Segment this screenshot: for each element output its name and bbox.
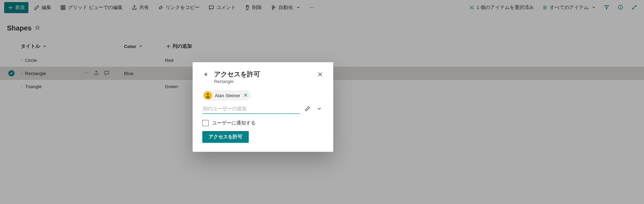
- pencil-icon: [305, 107, 310, 112]
- permissions-dropdown-button[interactable]: [315, 104, 324, 114]
- chevron-down-icon: [317, 107, 322, 112]
- dialog-close-button[interactable]: [317, 71, 324, 78]
- close-icon: [318, 72, 323, 78]
- dialog-title: アクセスを許可: [214, 70, 312, 79]
- arrow-left-icon: [203, 72, 209, 78]
- dialog-back-button[interactable]: [202, 71, 209, 78]
- checkbox-icon: [202, 120, 209, 126]
- dialog-subtitle: Rectangle: [214, 79, 312, 84]
- person-name: Alan Steiner: [215, 93, 240, 98]
- person-chip: Alan Steiner: [202, 90, 251, 101]
- grant-access-dialog: アクセスを許可 Rectangle Alan Steiner ユーザーに通知する…: [193, 62, 333, 152]
- edit-permissions-button[interactable]: [303, 104, 312, 114]
- grant-access-button[interactable]: アクセスを許可: [202, 131, 249, 143]
- svg-point-8: [207, 93, 209, 95]
- add-user-input[interactable]: [202, 104, 300, 114]
- notify-label: ユーザーに通知する: [212, 120, 256, 126]
- grant-access-button-label: アクセスを許可: [209, 134, 242, 139]
- notify-users-checkbox[interactable]: ユーザーに通知する: [202, 120, 324, 126]
- remove-person-button[interactable]: [243, 93, 248, 98]
- x-icon: [244, 93, 248, 98]
- avatar: [204, 91, 212, 100]
